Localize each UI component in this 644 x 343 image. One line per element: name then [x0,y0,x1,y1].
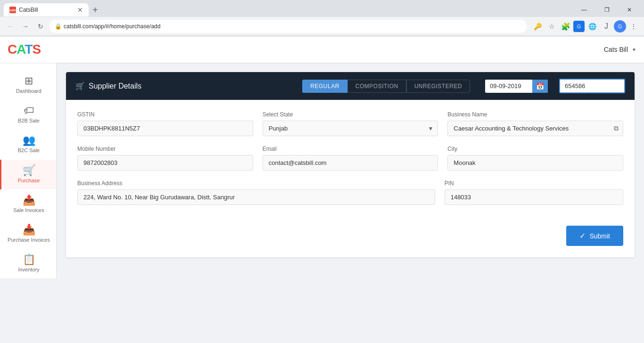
address-bar-row: ← → ↻ 🔒 🔑 ☆ 🧩 G 🌐 J G ⋮ [0,17,644,36]
form-body: GSTIN Select State Punjab ▼ Busin [66,100,635,226]
calendar-icon-button[interactable]: 📅 [532,80,548,93]
state-select-wrapper: Punjab ▼ [263,121,438,136]
reload-button[interactable]: ↻ [34,20,47,33]
logo-s: S [33,42,41,57]
logo-a: A [17,42,25,57]
back-button[interactable]: ← [4,20,17,33]
tab-close-button[interactable]: ✕ [77,7,83,13]
header-dropdown-icon[interactable]: ▼ [632,47,636,52]
date-input-group: 📅 [485,80,548,93]
b2b-sale-icon: 🏷 [24,106,34,116]
pin-label: PIN [445,180,623,187]
date-input[interactable] [485,80,532,92]
logo-c: C [8,42,17,57]
extension-icon3[interactable]: 🌐 [586,20,599,33]
app-header-right[interactable]: Cats Bill ▼ [604,46,636,53]
city-label: City [447,146,623,152]
sale-invoices-icon: 📤 [23,195,35,205]
logo-t: T [25,42,32,57]
gstin-input[interactable] [77,121,253,136]
main-layout: ⊞ Dashboard 🏷 B2B Sale 👥 B2C Sale 🛒 Purc… [0,63,644,278]
email-group: Email [263,146,438,171]
extension-icon1[interactable]: 🧩 [559,20,572,33]
sidebar-label-b2b-sale: B2B Sale [18,118,40,124]
tab-composition[interactable]: COMPOSITION [347,80,406,93]
address-input[interactable] [64,23,521,30]
address-input[interactable] [77,189,435,205]
email-input[interactable] [263,155,438,171]
sidebar: ⊞ Dashboard 🏷 B2B Sale 👥 B2C Sale 🛒 Purc… [0,63,57,278]
sidebar-item-dashboard[interactable]: ⊞ Dashboard [0,70,56,100]
business-name-input-wrapper: ⧉ [447,121,623,136]
submit-label: Submit [589,232,610,240]
browser-toolbar-icons: 🔑 ☆ 🧩 G 🌐 J G ⋮ [531,20,640,33]
invoice-number-input[interactable] [559,79,625,93]
maximize-button[interactable]: ❐ [596,3,618,16]
window-controls: — ❐ ✕ [573,3,640,16]
sidebar-item-purchase-invoices[interactable]: 📥 Purchase Invoices [0,219,56,249]
sidebar-item-b2b-sale[interactable]: 🏷 B2B Sale [0,100,56,130]
state-select[interactable]: Punjab [263,121,438,136]
extension-icon2[interactable]: G [573,21,585,32]
profile-avatar[interactable]: G [614,20,626,33]
sidebar-item-b2c-sale[interactable]: 👥 B2C Sale [0,130,56,159]
tab-bar: cats CatsBill ✕ + — ❐ ✕ [0,0,644,17]
mobile-input[interactable] [77,155,253,171]
form-row-3: Business Address PIN [77,180,623,205]
copy-icon[interactable]: ⧉ [614,124,619,132]
tab-title: CatsBill [19,7,38,13]
sidebar-label-b2c-sale: B2C Sale [18,147,40,154]
purchase-icon: 🛒 [23,165,35,176]
form-header: 🛒 Supplier Details REGULAR COMPOSITION U… [66,72,635,100]
star-icon[interactable]: ☆ [545,20,558,33]
business-name-label: Business Name [447,111,623,118]
new-tab-button[interactable]: + [91,5,100,16]
sidebar-label-dashboard: Dashboard [16,88,41,94]
minimize-button[interactable]: — [573,3,595,16]
b2c-sale-icon: 👥 [23,135,35,146]
sidebar-label-purchase: Purchase [18,178,40,184]
gstin-group: GSTIN [77,111,253,136]
app-logo: CATS [8,42,41,57]
tab-regular[interactable]: REGULAR [302,80,347,93]
gstin-label: GSTIN [77,111,253,118]
app-header-title: Cats Bill [604,46,628,53]
form-row-2: Mobile Number Email City [77,146,623,171]
pin-input[interactable] [445,189,623,205]
pin-group: PIN [445,180,623,205]
mobile-label: Mobile Number [77,146,253,152]
address-label: Business Address [77,180,435,187]
business-name-group: Business Name ⧉ [447,111,623,136]
form-title: 🛒 Supplier Details [75,82,141,90]
sidebar-label-purchase-invoices: Purchase Invoices [8,237,50,243]
tab-unregistered[interactable]: UNREGISTERED [406,80,470,93]
form-title-icon: 🛒 [75,82,85,90]
purchase-invoices-icon: 📥 [23,225,35,235]
sidebar-item-purchase[interactable]: 🛒 Purchase [0,160,56,189]
dashboard-icon: ⊞ [25,76,33,86]
tab-favicon: cats [9,7,16,13]
bookmark-icon[interactable]: 🔑 [531,20,544,33]
submit-button[interactable]: ✓ Submit [566,226,623,246]
sidebar-item-sale-invoices[interactable]: 📤 Sale Invoices [0,189,56,219]
sidebar-item-inventory[interactable]: 📋 Inventory [0,249,56,278]
form-row-1: GSTIN Select State Punjab ▼ Busin [77,111,623,136]
menu-icon[interactable]: ⋮ [627,20,640,33]
state-group: Select State Punjab ▼ [263,111,438,136]
sidebar-label-inventory: Inventory [18,267,39,273]
extension-icon4[interactable]: J [600,20,613,33]
close-button[interactable]: ✕ [619,3,640,16]
address-group: Business Address [77,180,435,205]
sidebar-label-sale-invoices: Sale Invoices [13,207,44,213]
address-bar-wrapper[interactable]: 🔒 [49,20,527,33]
supplier-details-card: 🛒 Supplier Details REGULAR COMPOSITION U… [66,72,635,257]
form-title-text: Supplier Details [89,82,141,90]
city-input[interactable] [447,155,623,171]
browser-tab[interactable]: cats CatsBill ✕ [4,3,89,16]
inventory-icon: 📋 [23,254,35,265]
forward-button[interactable]: → [19,20,32,33]
form-footer: ✓ Submit [66,226,635,257]
business-name-input[interactable] [447,121,623,136]
supplier-type-tabs: REGULAR COMPOSITION UNREGISTERED [302,80,470,93]
browser-chrome: cats CatsBill ✕ + — ❐ ✕ ← → ↻ 🔒 🔑 ☆ 🧩 G … [0,0,644,36]
